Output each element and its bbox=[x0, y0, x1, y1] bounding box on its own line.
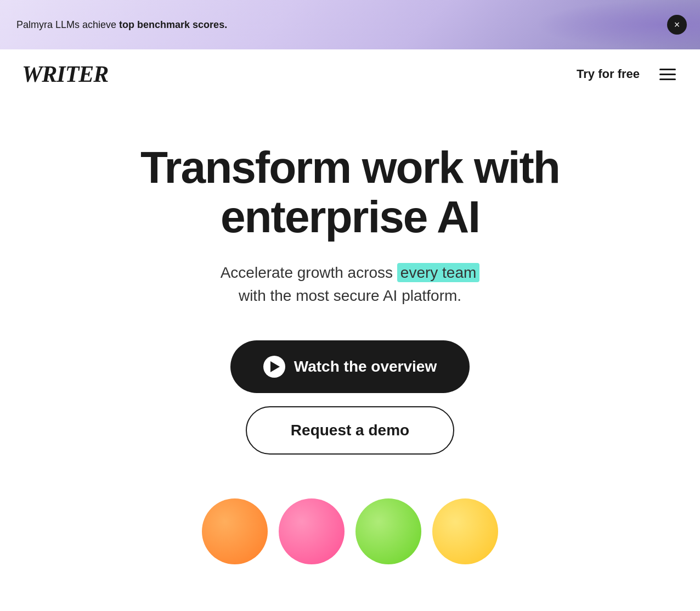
hamburger-line-1 bbox=[659, 69, 676, 70]
hero-subtitle: Accelerate growth across every team with… bbox=[221, 261, 480, 307]
hero-title: Transform work with enterprise AI bbox=[103, 143, 597, 242]
play-triangle bbox=[270, 361, 280, 372]
circle-pink bbox=[279, 498, 345, 564]
request-demo-button[interactable]: Request a demo bbox=[246, 406, 454, 455]
hero-section: Transform work with enterprise AI Accele… bbox=[0, 99, 700, 608]
circle-green bbox=[355, 498, 421, 564]
hamburger-line-3 bbox=[659, 79, 676, 80]
close-icon: × bbox=[674, 20, 680, 30]
subtitle-highlight: every team bbox=[397, 263, 480, 282]
watch-button-label: Watch the overview bbox=[294, 358, 437, 375]
navbar: WRITER Try for free bbox=[0, 49, 700, 99]
banner-close-button[interactable]: × bbox=[667, 15, 687, 35]
circle-orange bbox=[202, 498, 268, 564]
announcement-banner: Palmyra LLMs achieve top benchmark score… bbox=[0, 0, 700, 49]
circles-row bbox=[202, 487, 498, 575]
play-icon bbox=[263, 356, 285, 378]
nav-right: Try for free bbox=[577, 66, 678, 82]
circle-yellow bbox=[432, 498, 498, 564]
hamburger-menu-button[interactable] bbox=[657, 66, 678, 82]
cta-group: Watch the overview Request a demo bbox=[230, 340, 470, 455]
watch-overview-button[interactable]: Watch the overview bbox=[230, 340, 470, 393]
hamburger-line-2 bbox=[659, 74, 676, 75]
banner-text: Palmyra LLMs achieve top benchmark score… bbox=[16, 19, 227, 31]
try-free-button[interactable]: Try for free bbox=[577, 67, 640, 81]
site-logo[interactable]: WRITER bbox=[22, 61, 108, 87]
